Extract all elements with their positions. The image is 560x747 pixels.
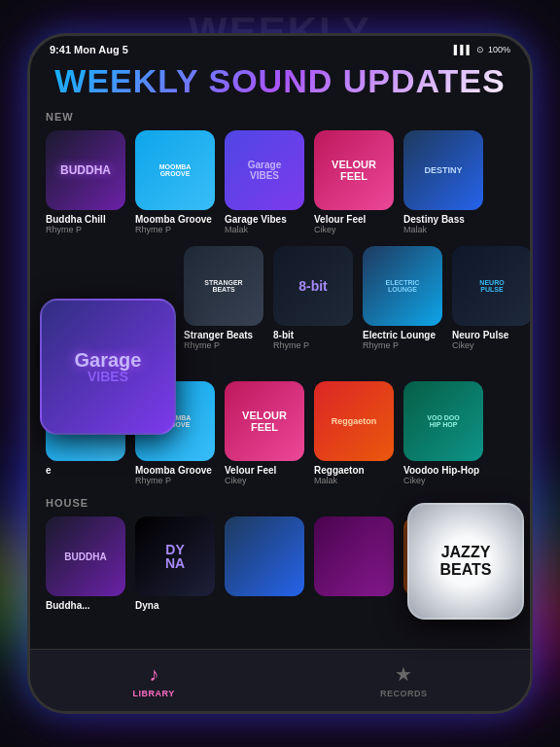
- new-row-1: BUDDHA Buddha Chill Rhyme P MOOMBAGROOVE…: [46, 130, 514, 238]
- expanded-garage-content: Garage VIBES: [75, 350, 142, 383]
- art-text-garage-new: GarageVIBES: [248, 160, 281, 181]
- card-art-house4: [314, 516, 394, 596]
- card-title-8bit: 8-bit: [273, 330, 294, 340]
- card-title-dyna: Dyna: [135, 600, 158, 611]
- expanded-jazzy-title: JAZZYBEATS: [439, 544, 491, 578]
- card-artist-electric: Rhyme P: [363, 340, 399, 350]
- tab-records[interactable]: ★ RECORDS: [380, 662, 428, 698]
- card-art-buddha-house: BUDDHA: [46, 516, 125, 596]
- card-title-buddha-chill: Buddha Chill: [46, 214, 106, 225]
- art-text-velour-new: VELOURFEEL: [332, 159, 376, 182]
- tab-records-label: RECORDS: [380, 689, 428, 698]
- card-art-reggaeton: Reggaeton: [314, 381, 394, 461]
- card-artist-destiny: Malak: [403, 225, 427, 234]
- battery-label: 100%: [488, 45, 510, 54]
- app-header: WEEKLY SOUND UPDATES: [30, 59, 530, 111]
- app-title: WEEKLY SOUND UPDATES: [30, 63, 530, 99]
- signal-icon: ▌▌▌: [454, 45, 472, 54]
- art-text-neuro: NEUROPULSE: [479, 279, 504, 293]
- card-art-buddha-chill: BUDDHA: [46, 130, 125, 210]
- card-destiny-bass[interactable]: DESTINY Destiny Bass Malak: [403, 130, 483, 234]
- card-title-neuro: Neuro Pulse: [452, 330, 508, 340]
- card-house-3[interactable]: [225, 516, 304, 611]
- expanded-card-jazzy[interactable]: JAZZYBEATS: [407, 503, 524, 620]
- card-velour-feel-new[interactable]: VELOURFEEL Velour Feel Cikey: [314, 130, 394, 234]
- card-buddha-chill[interactable]: BUDDHA Buddha Chill Rhyme P: [46, 130, 125, 234]
- new-row-2: STRANGERBEATS Stranger Beats Rhyme P 8-b…: [184, 246, 514, 354]
- card-artist-velour-new: Cikey: [314, 225, 336, 234]
- card-artist-moomba-new: Rhyme P: [135, 225, 171, 234]
- card-house-4[interactable]: [314, 516, 394, 611]
- card-reggaeton[interactable]: Reggaeton Reggaeton Malak: [314, 381, 394, 485]
- card-art-electric: ELECTRICLOUNGE: [363, 246, 442, 326]
- status-bar: 9:41 Mon Aug 5 ▌▌▌ ⊙ 100%: [30, 36, 530, 59]
- art-text-reggaeton: Reggaeton: [332, 416, 377, 426]
- card-art-stranger: STRANGERBEATS: [184, 246, 263, 326]
- tab-bar: ♪ LIBRARY ★ RECORDS: [30, 649, 530, 711]
- card-title-moomba-hip: Moomba Groove: [135, 465, 212, 476]
- library-icon: ♪: [149, 663, 158, 686]
- card-moomba-groove-new[interactable]: MOOMBAGROOVE Moomba Groove Rhyme P: [135, 130, 215, 234]
- tab-library-label: LIBRARY: [133, 689, 175, 698]
- card-art-8bit: 8-bit: [273, 246, 353, 326]
- card-dyna[interactable]: DYNA Dyna: [135, 516, 215, 611]
- card-artist-moomba-hip: Rhyme P: [135, 476, 171, 485]
- tab-library[interactable]: ♪ LIBRARY: [133, 663, 175, 698]
- card-art-destiny: DESTINY: [403, 130, 483, 210]
- records-icon: ★: [395, 662, 412, 686]
- status-time: 9:41 Mon Aug 5: [50, 44, 128, 55]
- art-text-buddha-house: BUDDHA: [64, 551, 106, 562]
- status-icons: ▌▌▌ ⊙ 100%: [454, 45, 510, 54]
- card-electric-lounge[interactable]: ELECTRICLOUNGE Electric Lounge Rhyme P: [363, 246, 442, 350]
- card-garage-vibes-new[interactable]: GarageVIBES Garage Vibes Malak: [225, 130, 304, 234]
- card-art-moomba-new: MOOMBAGROOVE: [135, 130, 215, 210]
- wifi-icon: ⊙: [476, 45, 484, 54]
- card-title-voodoo: Voodoo Hip-Hop: [403, 465, 479, 476]
- expanded-garage-title-art: Garage: [75, 350, 142, 370]
- card-art-dyna: DYNA: [135, 516, 215, 596]
- card-artist-voodoo: Cikey: [403, 476, 426, 485]
- card-title-moomba-new: Moomba Groove: [135, 214, 212, 225]
- card-title-stranger: Stranger Beats: [184, 330, 253, 340]
- art-text-buddha: BUDDHA: [60, 163, 111, 177]
- card-artist-buddha-chill: Rhyme P: [46, 225, 82, 234]
- card-stranger-beats[interactable]: STRANGERBEATS Stranger Beats Rhyme P: [184, 246, 263, 350]
- art-text-moomba-new: MOOMBAGROOVE: [159, 163, 192, 177]
- card-title-garage-new: Garage Vibes: [225, 214, 287, 225]
- card-8bit[interactable]: 8-bit 8-bit Rhyme P: [273, 246, 353, 350]
- card-art-garage-new: GarageVIBES: [225, 130, 304, 210]
- card-title-destiny: Destiny Bass: [403, 214, 465, 225]
- device-frame: 9:41 Mon Aug 5 ▌▌▌ ⊙ 100% WEEKLY SOUND U…: [27, 33, 533, 714]
- art-text-velour-hip: VELOURFEEL: [242, 409, 287, 433]
- card-art-house3: [225, 516, 304, 596]
- card-title-reggaeton: Reggaeton: [314, 465, 365, 476]
- expanded-jazzy-content: JAZZYBEATS: [439, 544, 491, 578]
- card-title-velour-new: Velour Feel: [314, 214, 366, 225]
- art-text-voodoo: VOO DOOHIP HOP: [427, 414, 459, 428]
- card-artist-stranger: Rhyme P: [184, 340, 220, 350]
- card-artist-velour-hip: Cikey: [225, 476, 247, 485]
- card-artist-neuro: Cikey: [452, 340, 474, 350]
- art-text-stranger: STRANGERBEATS: [204, 279, 242, 293]
- card-voodoo-hip-hop[interactable]: VOO DOOHIP HOP Voodoo Hip-Hop Cikey: [403, 381, 483, 485]
- expanded-garage-subtitle-art: VIBES: [75, 370, 142, 383]
- art-text-electric: ELECTRICLOUNGE: [386, 279, 420, 293]
- card-art-neuro: NEUROPULSE: [452, 246, 530, 326]
- card-title-velour-hip: Velour Feel: [225, 465, 276, 476]
- art-text-8bit: 8-bit: [298, 278, 328, 294]
- expanded-card-garage[interactable]: Garage VIBES: [40, 299, 176, 435]
- card-art-voodoo: VOO DOOHIP HOP: [403, 381, 483, 461]
- card-art-velour-new: VELOURFEEL: [314, 130, 394, 210]
- card-artist-reggaeton: Malak: [314, 476, 337, 485]
- card-neuro-pulse[interactable]: NEUROPULSE Neuro Pulse Cikey: [452, 246, 530, 350]
- section-new: NEW BUDDHA Buddha Chill Rhyme P MOOMBAGR…: [30, 111, 530, 246]
- card-buddha-house[interactable]: BUDDHA Buddha...: [46, 516, 125, 611]
- card-title-e: e: [46, 465, 52, 476]
- card-title-electric: Electric Lounge: [363, 330, 436, 340]
- card-velour-hip[interactable]: VELOURFEEL Velour Feel Cikey: [225, 381, 304, 485]
- card-art-velour-hip: VELOURFEEL: [225, 381, 304, 461]
- card-artist-garage-new: Malak: [225, 225, 248, 234]
- section-new-label: NEW: [46, 111, 514, 123]
- card-artist-8bit: Rhyme P: [273, 340, 309, 350]
- art-text-destiny: DESTINY: [424, 165, 462, 175]
